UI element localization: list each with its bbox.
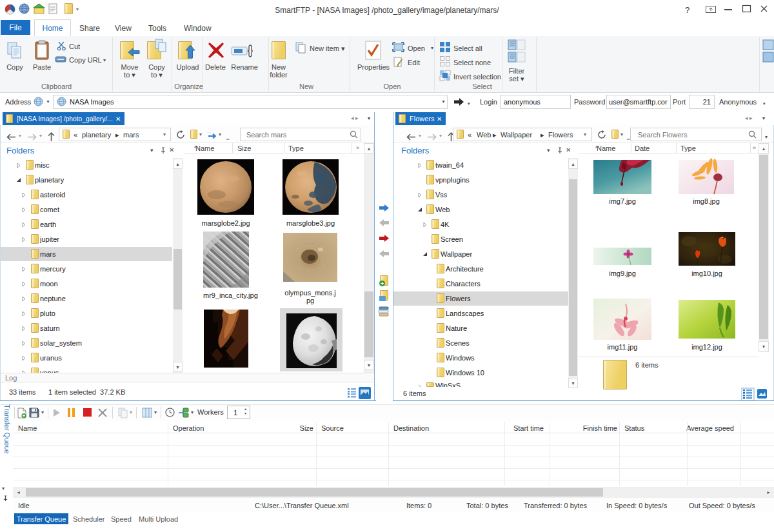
svg-text:···: ··· bbox=[207, 130, 211, 134]
